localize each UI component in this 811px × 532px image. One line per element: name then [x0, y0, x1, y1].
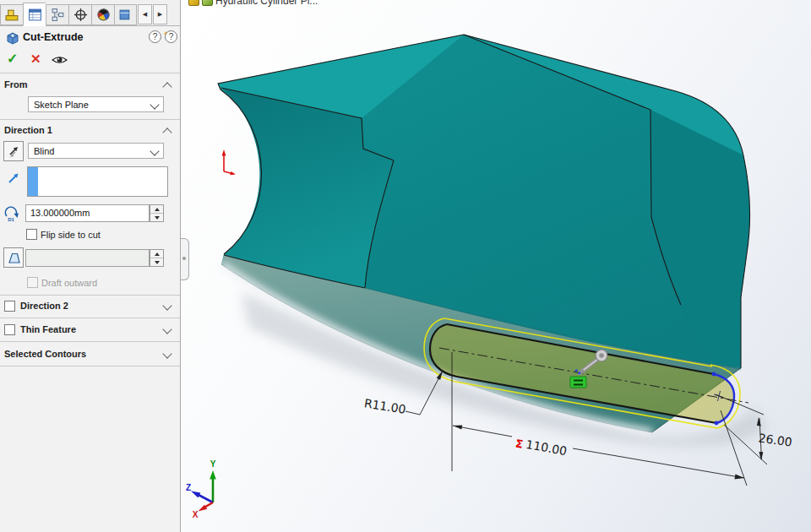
depth-icon: D1 — [3, 204, 22, 222]
flyout-tree-label[interactable]: Hydraulic Cylinder Pi... — [215, 0, 318, 7]
reverse-direction-button[interactable] — [3, 141, 24, 161]
triad-x-label: X — [193, 510, 199, 519]
feature-header: Cut-Extrude ?✦ ? — [0, 28, 180, 48]
feature-title: Cut-Extrude — [23, 31, 84, 43]
triangle-up-icon — [155, 208, 160, 211]
direction2-group-label[interactable]: Direction 2 — [20, 301, 68, 311]
from-group-label[interactable]: From — [4, 79, 28, 90]
tab-feature-manager[interactable] — [0, 4, 23, 25]
chevron-down-icon — [150, 100, 159, 109]
tab-scroll-left-button[interactable]: ◀ — [138, 4, 152, 24]
end-condition-select[interactable]: Blind — [28, 143, 164, 159]
from-start-condition-select[interactable]: Sketch Plane — [28, 96, 164, 112]
spinner-down-button[interactable] — [150, 214, 163, 221]
spinner-up-button[interactable] — [150, 250, 163, 258]
draft-outward-checkbox — [27, 277, 38, 288]
dim-width-text[interactable]: 26.00 — [758, 431, 793, 448]
property-manager-panel: ◀ ▶ Cut-Extrude ?✦ ? ✓ ✕ — [0, 0, 181, 532]
display-manager-icon — [96, 8, 111, 22]
triangle-down-icon — [155, 261, 160, 264]
direction1-collapse-icon[interactable] — [162, 128, 171, 137]
thin-feature-checkbox[interactable] — [4, 324, 15, 335]
cancel-button[interactable]: ✕ — [30, 52, 41, 67]
sketch-point[interactable] — [579, 372, 581, 375]
flip-side-label[interactable]: Flip side to cut — [41, 230, 101, 240]
orientation-triad: Y Z X — [186, 459, 216, 519]
chevron-down-icon — [150, 146, 159, 155]
divider — [0, 119, 180, 120]
solidworks-window: R11.00 Σ 110.00 26.00 Y — [0, 0, 811, 532]
graphics-area[interactable]: R11.00 Σ 110.00 26.00 Y — [180, 0, 811, 532]
draft-button[interactable] — [3, 247, 24, 268]
dim-radius-text[interactable]: R11.00 — [363, 396, 407, 416]
draft-angle-spinner[interactable] — [150, 249, 164, 267]
tab-hidden-extra[interactable] — [114, 4, 137, 25]
selected-contours-expand-icon[interactable] — [162, 349, 171, 358]
property-manager-icon — [28, 8, 42, 22]
tab-configuration-manager[interactable] — [46, 4, 68, 25]
direction1-group-label[interactable]: Direction 1 — [4, 125, 52, 135]
sketch-point[interactable] — [575, 370, 578, 372]
splitter-grip-dot — [182, 257, 186, 260]
from-collapse-icon[interactable] — [162, 82, 171, 91]
panel-splitter-handle[interactable] — [180, 238, 189, 280]
draft-angle-input — [25, 249, 150, 267]
dimxpert-icon — [73, 8, 88, 22]
draft-icon — [7, 252, 21, 264]
depth-input[interactable]: 13.000000mm — [25, 204, 150, 222]
ok-button[interactable]: ✓ — [7, 51, 18, 67]
end-condition-value: Blind — [34, 146, 54, 156]
preview-eye-button[interactable] — [51, 54, 68, 66]
triad-z-label: Z — [186, 483, 191, 492]
hidden-extra-tab-icon — [118, 8, 133, 22]
selected-contours-group-label[interactable]: Selected Contours — [4, 349, 86, 359]
dim-sigma-prefix: Σ — [514, 437, 524, 450]
divider — [0, 318, 180, 318]
divider — [0, 295, 180, 296]
cut-extrude-icon — [5, 30, 20, 46]
features-tree-icon — [5, 8, 19, 22]
tab-dimxpert-manager[interactable] — [68, 4, 91, 25]
spinner-down-button[interactable] — [150, 258, 163, 266]
direction2-checkbox[interactable] — [4, 301, 15, 312]
divider — [0, 341, 180, 342]
divider — [0, 73, 180, 73]
triad-y-label: Y — [210, 459, 216, 469]
equal-relation-badge[interactable] — [570, 377, 586, 388]
from-start-condition-value: Sketch Plane — [34, 100, 89, 110]
configuration-manager-icon — [51, 8, 65, 22]
depth-icon-label: D1 — [8, 217, 14, 222]
arc-endpoint[interactable] — [712, 372, 716, 377]
part-icon — [188, 0, 199, 6]
triangle-down-icon — [155, 216, 160, 220]
depth-spinner[interactable] — [150, 204, 164, 222]
thin-feature-expand-icon[interactable] — [162, 324, 171, 334]
arc-endpoint[interactable] — [715, 421, 719, 426]
divider — [0, 366, 180, 366]
direction-arrow-icon — [7, 171, 20, 185]
spinner-up-button[interactable] — [150, 205, 163, 214]
tab-property-manager[interactable] — [23, 3, 46, 26]
tab-scroll-right-button[interactable]: ▶ — [153, 4, 167, 24]
help-icon[interactable]: ? — [165, 30, 177, 43]
thin-feature-group-label[interactable]: Thin Feature — [20, 324, 76, 334]
sketch-origin[interactable] — [222, 149, 236, 175]
direction2-expand-icon[interactable] — [162, 301, 171, 310]
pin-help-icon[interactable]: ?✦ — [149, 30, 161, 43]
manager-tab-bar: ◀ ▶ — [0, 0, 180, 26]
draft-outward-label: Draft outward — [41, 278, 97, 288]
flip-side-checkbox[interactable] — [26, 229, 37, 240]
sensor-icon — [202, 0, 213, 6]
triangle-up-icon — [155, 252, 160, 256]
model-svg: R11.00 Σ 110.00 26.00 Y — [180, 0, 811, 532]
tab-display-manager[interactable] — [91, 4, 114, 25]
flyout-feature-tree[interactable]: Hydraulic Cylinder Pi... — [188, 0, 318, 8]
direction-reference-box[interactable] — [27, 166, 168, 197]
reverse-direction-icon — [7, 144, 20, 158]
dim-length-text[interactable]: 110.00 — [525, 437, 568, 458]
selection-highlight-bar — [28, 167, 38, 196]
pm-action-bar: ✓ ✕ — [0, 50, 180, 72]
